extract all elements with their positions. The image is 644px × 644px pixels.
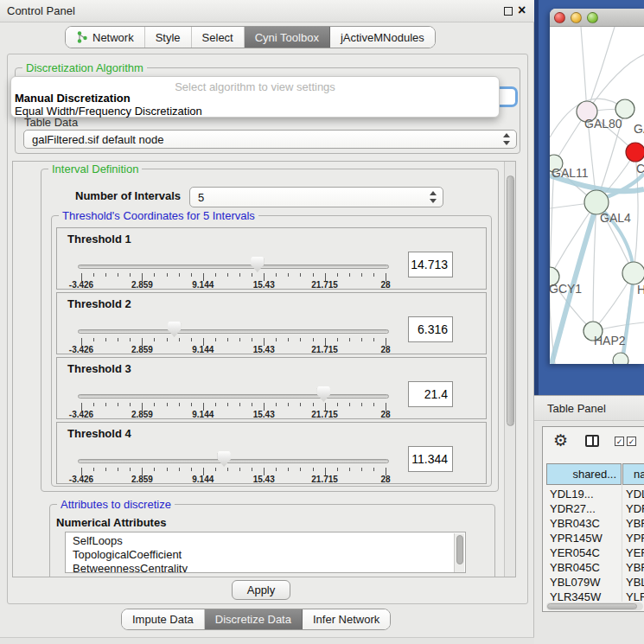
slider-thumb[interactable] (218, 451, 231, 467)
list-item[interactable]: SelfLoops (73, 534, 123, 547)
slider-thumb[interactable] (251, 257, 264, 272)
bottom-tab-bar: Impute Data Discretize Data Infer Networ… (121, 609, 391, 630)
slider-track[interactable] (78, 394, 389, 399)
minimize-traffic-light[interactable] (571, 12, 582, 23)
gear-icon[interactable]: ⚙ (553, 430, 568, 450)
threshold-4-row: Threshold 4 -3.426 2.859 9.144 15.43 21.… (56, 422, 487, 484)
node-table: shared... na YDL19...YDL1 YDR27...YDR2 Y… (546, 463, 644, 602)
slider-tick-labels: -3.426 2.859 9.144 15.43 21.715 28 (81, 345, 386, 355)
table-row[interactable]: YDL19...YDL1 (546, 487, 644, 501)
node-h[interactable] (622, 262, 644, 284)
network-window-titlebar[interactable] (550, 9, 644, 27)
table-data-label: Table Data (24, 116, 78, 129)
number-of-intervals-combobox[interactable]: 5 (189, 187, 443, 207)
slider-tick-labels: -3.426 2.859 9.144 15.43 21.715 28 (81, 475, 386, 485)
node-label-c: C (636, 162, 644, 175)
thresholds-group-label: Threshold's Coordinates for 5 Intervals (59, 209, 258, 222)
option-equal-width-frequency[interactable]: Equal Width/Frequency Discretization (15, 105, 202, 118)
table-panel-titlebar: Table Panel (534, 395, 644, 421)
table-horizontal-scrollbar[interactable] (546, 603, 643, 610)
footer-strip (0, 637, 534, 644)
settings-scroll-pane: Interval Definition Number of Intervals … (12, 161, 516, 577)
threshold-3-row: Threshold 3 -3.426 2.859 9.144 15.43 21.… (56, 357, 487, 419)
interval-definition-label: Interval Definition (48, 163, 142, 175)
scrollbar-thumb[interactable] (507, 175, 514, 426)
list-item[interactable]: BetweennessCentrality (73, 562, 188, 573)
panel-title: Control Panel (7, 4, 75, 17)
number-of-intervals-label: Number of Intervals (75, 189, 181, 202)
node-label-gal80: GAL80 (584, 117, 622, 131)
table-row[interactable]: YBR045CYBR0 (546, 560, 644, 575)
node-top-right[interactable] (615, 99, 634, 118)
node-bottom[interactable] (613, 353, 628, 364)
slider-track[interactable] (78, 459, 389, 463)
node-label-gal4: GAL4 (600, 211, 631, 225)
threshold-4-value-field[interactable]: 11.344 (408, 446, 453, 472)
close-traffic-light[interactable] (554, 12, 565, 23)
tab-impute-data[interactable]: Impute Data (122, 609, 205, 629)
network-graph (550, 27, 644, 364)
top-tab-bar: Network Style Select Cyni Toolbox jActiv… (65, 26, 436, 48)
table-panel-title: Table Panel (547, 402, 606, 415)
tab-select[interactable]: Select (192, 27, 245, 48)
table-row[interactable]: YPR145WYPR1 (546, 531, 644, 545)
attributes-group-label: Attributes to discretize (57, 498, 175, 511)
combo-stepper-icon (430, 191, 437, 203)
network-view-window: GAL80 GA GAL11 C GAL4 GCY1 H HAP2 (550, 9, 644, 364)
float-window-icon[interactable] (504, 7, 513, 16)
combo-stepper-icon (503, 133, 510, 145)
table-row[interactable]: YBR043CYBR0 (546, 516, 644, 531)
tab-network[interactable]: Network (66, 27, 145, 48)
tab-network-label: Network (92, 31, 134, 44)
discretization-algorithm-label: Discretization Algorithm (22, 61, 147, 74)
settings-scrollbar[interactable] (504, 162, 515, 577)
slider-thumb[interactable] (317, 386, 330, 402)
slider-thumb[interactable] (168, 322, 181, 337)
list-item[interactable]: TopologicalCoefficient (73, 548, 182, 561)
algorithm-dropdown-popup: Select algorithm to view settings Manual… (10, 76, 500, 118)
slider-track[interactable] (78, 265, 389, 269)
tab-discretize-data[interactable]: Discretize Data (205, 609, 303, 629)
column-header-shared[interactable]: shared... (546, 463, 622, 485)
slider-track[interactable] (78, 329, 389, 334)
threshold-3-value-field[interactable]: 21.4 (408, 381, 453, 407)
table-row[interactable]: YDR27...YDR2 (546, 501, 644, 516)
split-columns-icon[interactable] (585, 435, 599, 447)
close-icon[interactable]: × (518, 2, 526, 19)
node-label-hap2: HAP2 (594, 334, 626, 348)
checkbox-checked-icon[interactable]: ✓ (615, 437, 624, 446)
table-row[interactable]: YER054CYER0 (546, 545, 644, 560)
table-row[interactable]: YBL079WYBL0 (546, 575, 644, 590)
column-header-name[interactable]: na (622, 463, 644, 485)
checkbox-checked-icon[interactable]: ✓ (627, 437, 636, 446)
node-label-gal11: GAL11 (552, 166, 589, 180)
control-panel: Control Panel × Network Style Select Cyn… (0, 0, 534, 644)
network-icon (76, 31, 88, 43)
list-scrollbar[interactable] (454, 533, 464, 573)
slider-tick-labels: -3.426 2.859 9.144 15.43 21.715 28 (81, 280, 386, 290)
network-canvas[interactable]: GAL80 GA GAL11 C GAL4 GCY1 H HAP2 (550, 27, 644, 364)
node-label-gcy1: GCY1 (550, 282, 582, 296)
option-manual-discretization[interactable]: Manual Discretization (15, 92, 131, 105)
tab-style[interactable]: Style (145, 27, 192, 48)
table-panel-area: ⚙ ✓ ✓ shared... na YDL19...YDL1 YDR27...… (534, 422, 644, 644)
threshold-2-row: Threshold 2 -3.426 2.859 9.144 15.43 21.… (56, 292, 487, 354)
control-panel-titlebar: Control Panel × (0, 0, 534, 22)
numerical-attributes-label: Numerical Attributes (56, 516, 166, 529)
numerical-attributes-list: SelfLoops TopologicalCoefficient Between… (65, 532, 466, 573)
scrollbar-thumb[interactable] (547, 603, 637, 609)
threshold-1-value-field[interactable]: 14.713 (408, 252, 453, 277)
tab-infer-network[interactable]: Infer Network (303, 609, 390, 629)
table-data-combobox[interactable]: galFiltered.sif default node (23, 130, 517, 149)
tab-jactivemnodules[interactable]: jActiveMNodules (330, 27, 435, 48)
node-red-selected[interactable] (626, 143, 644, 162)
tab-cyni-toolbox[interactable]: Cyni Toolbox (245, 27, 330, 48)
threshold-2-value-field[interactable]: 6.316 (408, 316, 453, 342)
table-data-value: galFiltered.sif default node (32, 133, 163, 146)
zoom-traffic-light[interactable] (587, 12, 598, 23)
number-of-intervals-value: 5 (198, 191, 204, 204)
apply-button[interactable]: Apply (232, 580, 290, 600)
threshold-1-row: Threshold 1 -3.426 2.859 9.144 15.43 21.… (56, 227, 487, 290)
table-browser: ⚙ ✓ ✓ shared... na YDL19...YDL1 YDR27...… (542, 426, 644, 612)
table-row[interactable]: YLR345WYLR3 (546, 590, 644, 602)
